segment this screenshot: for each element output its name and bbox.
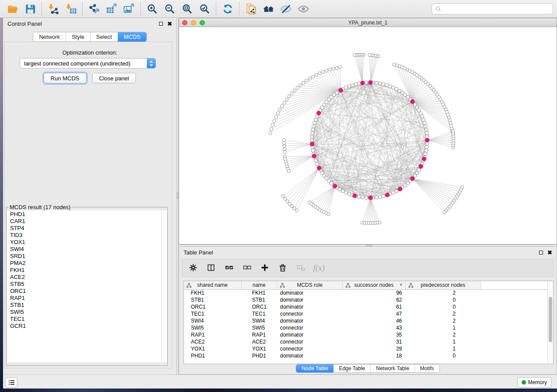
search-box [432,3,553,14]
mcds-result-item[interactable]: PHD1 [10,211,167,218]
show-column-button[interactable] [206,262,217,274]
zoom-out-icon [164,3,176,15]
mcds-result-list-area: PHD1CAR1STP4TID3YOX1SWI4SRD1PMA2FKH1ACE2… [7,210,167,362]
window-close-button[interactable] [182,20,187,25]
column-header-predecessor-nodes[interactable]: predecessor nodes [405,281,481,289]
zoom-in-icon [146,3,158,15]
zoom-selected-button[interactable] [196,1,213,16]
console-button[interactable] [5,377,17,388]
search-input[interactable] [443,5,550,13]
table-tab-node-table[interactable]: Node Table [296,364,334,372]
table-row[interactable]: YOX1YOX1connector291 [184,345,547,352]
add-button[interactable] [259,262,271,274]
network-view[interactable] [179,27,557,244]
export-network-button[interactable] [85,1,103,16]
export-image-icon [123,3,135,15]
close-panel-button[interactable]: Close panel [92,73,136,83]
mcds-result-item[interactable]: STB5 [10,281,167,288]
column-header-name[interactable]: name [241,281,277,289]
mcds-result-item[interactable]: SWI4 [10,246,167,253]
column-type-icon [186,282,192,288]
table-panel-tabs: Node TableEdge TableNetwork TableMotifs [296,364,439,373]
export-table-icon [106,3,118,15]
mcds-result-item[interactable]: PMA2 [10,260,167,267]
float-table-panel-icon[interactable] [539,251,543,254]
table-row[interactable]: SWI5SWI5connector431 [184,324,547,331]
table-tab-edge-table[interactable]: Edge Table [334,364,371,372]
close-table-panel-icon[interactable]: ✖ [547,250,552,255]
toolbar-separator [239,2,239,15]
mcds-result-item[interactable]: YOX1 [10,239,167,246]
mcds-result-item[interactable]: FKH1 [10,267,167,274]
mcds-list-scrollbar[interactable] [161,210,167,362]
mcds-result-list: PHD1CAR1STP4TID3YOX1SWI4SRD1PMA2FKH1ACE2… [7,210,167,330]
refresh-view-button[interactable] [219,1,236,16]
select-all-icon [225,263,234,273]
import-network-icon [48,3,59,15]
tab-network[interactable]: Network [33,32,66,41]
first-neighbors-button[interactable] [259,1,277,16]
export-image-button[interactable] [120,1,138,16]
table-row[interactable]: PHD1PHD1dominator180 [184,352,547,359]
mcds-result-item[interactable]: RAP1 [10,295,167,302]
table-row[interactable]: STB1STB1dominator620 [184,296,547,303]
mcds-result-item[interactable]: STP4 [10,225,167,232]
table-row[interactable]: RAP1RAP1dominator352 [184,331,547,338]
main-toolbar [0,0,557,18]
close-panel-icon[interactable]: ✖ [167,21,172,27]
hide-selected-icon [280,3,292,15]
import-table-button[interactable] [62,1,80,16]
window-zoom-button[interactable] [200,20,205,25]
table-tab-network-table[interactable]: Network Table [371,364,415,372]
export-table-button[interactable] [103,1,120,16]
import-network-button[interactable] [45,1,62,16]
mcds-result-item[interactable]: TID3 [10,232,167,239]
column-header-successor-nodes[interactable]: successor nodes∨ [343,281,405,289]
mcds-result-item[interactable]: CAR1 [10,218,167,225]
workspace-column: YPA_prune.txt_1 Table Panel ✖ f(x) share… [179,18,557,375]
table-row[interactable]: TEC1TEC1connector472 [184,310,547,317]
zoom-fit-button[interactable] [178,1,196,16]
mcds-result-item[interactable]: STB1 [10,302,167,309]
network-window-titlebar: YPA_prune.txt_1 [179,18,557,27]
mcds-result-item[interactable]: TEC1 [10,316,167,323]
show-all-button[interactable] [294,1,312,16]
mcds-result-item[interactable]: ACE2 [10,274,167,281]
network-graph[interactable] [179,27,557,244]
mcds-result-item[interactable]: GCR1 [10,323,167,330]
column-header-mcds-role[interactable]: MCDS role [277,281,343,289]
table-scrollbar-thumb[interactable] [549,297,552,342]
column-header-shared-name[interactable]: shared name [184,281,241,289]
deselect-all-button[interactable] [242,262,253,274]
table-scrollbar[interactable] [547,281,553,364]
mcds-result-item[interactable]: SRD1 [10,253,167,260]
mcds-result-item[interactable]: SWI5 [10,309,167,316]
table-tab-motifs[interactable]: Motifs [415,364,439,372]
first-neighbors-icon [263,3,274,15]
criterion-selected-value: largest connected component (undirected) [24,60,131,67]
float-panel-icon[interactable] [159,22,163,26]
new-network-from-selection-button[interactable] [242,1,259,16]
table-row[interactable]: FKH1FKH1dominator962 [184,289,547,296]
hide-selected-button[interactable] [277,1,294,16]
table-row[interactable]: ACE2ACE2connector311 [184,338,547,345]
column-header-filler [481,281,547,289]
tab-style[interactable]: Style [66,32,90,41]
tab-select[interactable]: Select [90,32,118,41]
settings-button[interactable] [188,262,199,274]
mcds-result-item[interactable]: ORC1 [10,288,167,295]
save-session-icon [24,3,36,15]
delete-button[interactable] [277,262,289,274]
criterion-select[interactable]: largest connected component (undirected) [20,58,156,69]
tab-mcds[interactable]: MCDS [118,32,146,41]
zoom-out-button[interactable] [161,1,178,16]
open-file-button[interactable] [4,1,21,16]
run-mcds-button[interactable]: Run MCDS [44,73,86,83]
table-row[interactable]: SWI4SWI4dominator462 [184,317,547,324]
table-row[interactable]: ORC1ORC1dominator610 [184,303,547,310]
window-minimize-button[interactable] [191,20,196,25]
memory-button[interactable]: Memory [517,377,551,388]
zoom-in-button[interactable] [143,1,161,16]
save-session-button[interactable] [21,1,39,16]
select-all-button[interactable] [224,262,235,274]
